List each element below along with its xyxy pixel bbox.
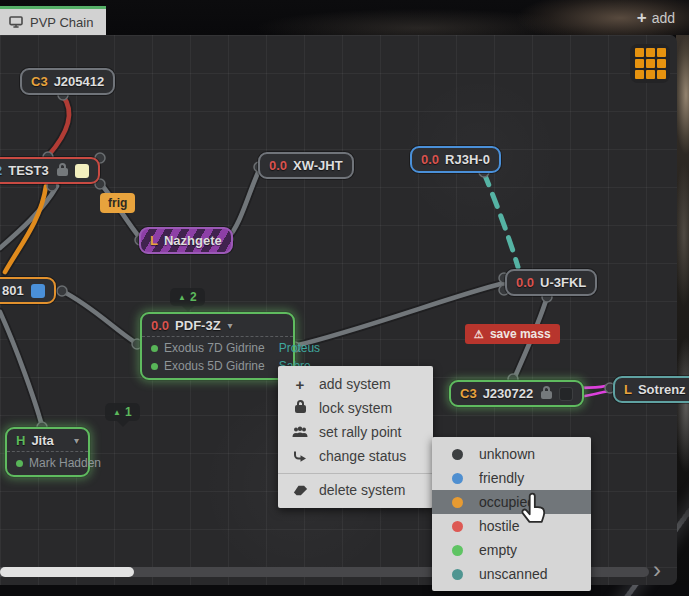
status-label: empty	[479, 542, 517, 558]
security-label: 0.0	[421, 152, 439, 167]
system-node-pdf3z[interactable]: 0.0 PDF-3Z ▾ Exodus 7D Gidrine Proteus E…	[140, 312, 295, 380]
pilot-row: Exodus 7D Gidrine Proteus	[142, 337, 293, 357]
connection-label-frig[interactable]: frig	[100, 193, 135, 213]
triangle-up-icon: ▲	[113, 408, 121, 417]
menu-item-add-system[interactable]: + add system	[278, 372, 433, 396]
status-item-friendly[interactable]: friendly	[432, 466, 591, 490]
status-dot	[452, 473, 463, 484]
menu-item-change-status[interactable]: change status	[278, 444, 433, 468]
tab-pvp-chain[interactable]: PVP Chain	[0, 6, 106, 35]
status-item-hostile[interactable]: hostile	[432, 514, 591, 538]
status-label: unscanned	[479, 566, 548, 582]
status-label: friendly	[479, 470, 524, 486]
system-name: RJ3H-0	[445, 152, 490, 167]
system-name: 801	[2, 283, 24, 298]
chevron-right-icon[interactable]: ›	[653, 556, 661, 584]
grid-icon	[635, 48, 666, 79]
connection-count-badge-jita: ▲ 1	[105, 403, 140, 421]
connection-count: 2	[190, 290, 197, 304]
add-label: add	[652, 10, 675, 26]
pilot-dot	[151, 345, 158, 352]
warning-icon: ⚠	[474, 328, 484, 341]
chevron-down-icon[interactable]: ▾	[228, 320, 233, 331]
lock-icon	[295, 405, 306, 413]
eraser-icon	[293, 485, 308, 496]
system-name: Nazhgete	[164, 233, 222, 248]
connection-count-badge-pdf3z: ▲ 2	[170, 288, 205, 306]
system-header: H Jita ▾	[7, 429, 88, 452]
system-name: PDF-3Z	[175, 318, 221, 333]
menu-item-delete-system[interactable]: delete system	[278, 478, 433, 502]
menu-item-label: set rally point	[319, 424, 401, 440]
security-label: 0.0	[269, 158, 287, 173]
menu-item-label: add system	[319, 376, 391, 392]
menu-item-label: change status	[319, 448, 406, 464]
system-node-xwjht[interactable]: 0.0 XW-JHT	[258, 152, 354, 179]
menu-item-label: lock system	[319, 400, 392, 416]
menu-item-set-rally-point[interactable]: set rally point	[278, 420, 433, 444]
tab-label: PVP Chain	[30, 15, 93, 30]
system-node-u3fkl[interactable]: 0.0 U-3FKL	[505, 269, 597, 296]
system-node-test3[interactable]: 2 TEST3	[0, 157, 100, 184]
status-square	[559, 387, 573, 401]
system-name: J205412	[54, 74, 105, 89]
menu-item-label: delete system	[319, 482, 405, 498]
users-icon	[292, 426, 308, 438]
status-item-unscanned[interactable]: unscanned	[432, 562, 591, 586]
menu-item-lock-system[interactable]: lock system	[278, 396, 433, 420]
status-dot	[452, 449, 463, 460]
system-node-j205412[interactable]: C3 J205412	[20, 68, 115, 95]
menu-separator	[278, 473, 433, 474]
status-item-empty[interactable]: empty	[432, 538, 591, 562]
pathfinder-map-page: { "tab": { "label": "PVP Chain" }, "head…	[0, 0, 689, 596]
system-node-sotrenz[interactable]: L Sotrenz	[613, 376, 689, 403]
system-node-801[interactable]: 801	[0, 277, 56, 304]
grid-layout-button[interactable]	[630, 44, 670, 83]
pilot-name: Exodus 7D Gidrine	[164, 341, 265, 355]
class-label: L	[624, 382, 632, 397]
system-node-jita[interactable]: H Jita ▾ Mark Hadden	[5, 427, 90, 477]
system-node-rj3h0[interactable]: 0.0 RJ3H-0	[410, 146, 501, 173]
horizontal-scrollbar-thumb[interactable]	[0, 567, 134, 577]
pilot-name: Mark Hadden	[29, 456, 101, 470]
status-item-unknown[interactable]: unknown	[432, 442, 591, 466]
system-context-menu: + add system lock system set rally point…	[278, 366, 433, 508]
class-label: H	[16, 433, 25, 448]
pilot-ship: Proteus	[279, 341, 320, 355]
space-background-right	[676, 35, 689, 585]
cursor-pointer-icon	[514, 492, 550, 532]
class-label: C3	[460, 386, 477, 401]
system-name: Sotrenz	[638, 382, 686, 397]
pilot-dot	[151, 363, 158, 370]
system-name: J230722	[483, 386, 534, 401]
monitor-icon	[9, 16, 23, 28]
system-name: TEST3	[8, 163, 48, 178]
pilot-dot	[16, 460, 23, 467]
status-square	[31, 284, 45, 298]
status-submenu: unknown friendly occupied hostile empty …	[432, 437, 591, 591]
status-item-occupied[interactable]: occupied	[432, 490, 591, 514]
pilot-row: Exodus 5D Gidrine Sabre	[142, 357, 293, 378]
status-dot	[452, 521, 463, 532]
save-mass-badge[interactable]: ⚠ save mass	[465, 324, 560, 344]
plus-icon: +	[292, 376, 308, 393]
system-node-nazhgete[interactable]: L Nazhgete	[139, 227, 233, 254]
lock-icon	[57, 168, 68, 176]
status-dot	[452, 497, 463, 508]
class-label: L	[150, 233, 158, 248]
security-label: 0.0	[151, 318, 169, 333]
chevron-down-icon[interactable]: ▾	[74, 435, 79, 446]
system-header: 0.0 PDF-3Z ▾	[142, 314, 293, 337]
status-dot	[452, 569, 463, 580]
add-map-button[interactable]: + add	[637, 9, 675, 26]
level-down-icon	[293, 450, 307, 463]
save-mass-label: save mass	[490, 327, 551, 341]
plus-icon: +	[637, 9, 647, 26]
pilot-row: Mark Hadden	[7, 452, 88, 475]
status-label: unknown	[479, 446, 535, 462]
class-label: 2	[0, 163, 2, 178]
status-dot	[452, 545, 463, 556]
system-node-j230722[interactable]: C3 J230722	[449, 380, 584, 407]
lock-icon	[541, 391, 552, 399]
pilot-name: Exodus 5D Gidrine	[164, 359, 265, 373]
